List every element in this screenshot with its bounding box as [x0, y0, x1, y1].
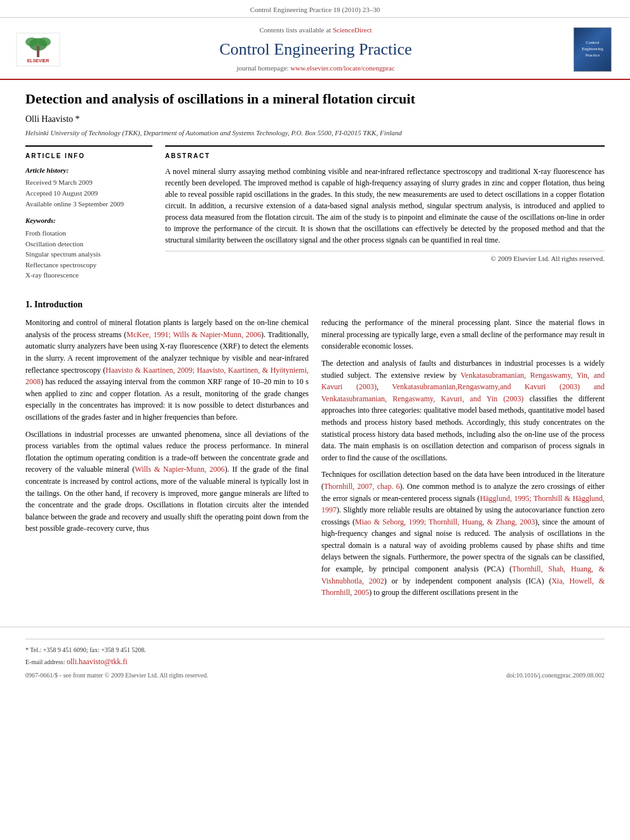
article-title: Detection and analysis of oscillations i… [25, 90, 605, 109]
svg-text:ELSEVIER: ELSEVIER [27, 58, 50, 63]
journal-citation: Control Engineering Practice 18 (2010) 2… [250, 6, 380, 13]
author-text: Olli Haavisto * [25, 114, 80, 124]
svg-rect-4 [37, 46, 39, 57]
main-content: Detection and analysis of oscillations i… [0, 80, 630, 617]
sciencedirect-link[interactable]: ScienceDirect [333, 26, 372, 34]
svg-point-2 [25, 37, 38, 46]
email-line: E-mail address: olli.haavisto@tkk.fi [25, 657, 605, 667]
keywords-block: Keywords: Froth flotation Oscillation de… [25, 216, 152, 281]
homepage-link[interactable]: www.elsevier.com/locate/conengprac [290, 64, 394, 72]
cover-line2: Engineering [582, 46, 603, 53]
sciencedirect-line: Contents lists available at ScienceDirec… [61, 25, 570, 35]
footnote-star: * Tel.: +358 9 451 6090; fax: +358 9 451… [25, 646, 605, 655]
cover-image: Control Engineering Practice [573, 27, 612, 72]
intro-para-5: Techniques for oscillation detection bas… [321, 469, 605, 599]
keyword-4: Reflectance spectroscopy [25, 260, 152, 270]
cover-line1: Control [586, 40, 599, 46]
ref-thornhill-2007[interactable]: Thornhill, 2007, chap. 6 [324, 482, 400, 491]
intro-para-2: Oscillations in industrial processes are… [25, 429, 309, 535]
abstract-body: A novel mineral slurry assaying method c… [165, 166, 605, 246]
author-name: Olli Haavisto * [25, 113, 605, 126]
doi-info: doi:10.1016/j.conengprac.2009.08.002 [506, 671, 605, 680]
article-info-column: ARTICLE INFO Article history: Received 9… [25, 145, 152, 286]
journal-homepage-line: journal homepage: www.elsevier.com/locat… [61, 63, 570, 73]
homepage-label: journal homepage: [236, 64, 288, 72]
introduction-section: 1. Introduction Monitoring and control o… [25, 298, 605, 604]
email-label: E-mail address: [25, 658, 65, 665]
ref-hagglund-1995[interactable]: Hägglund, 1995; Thornhill & Hägglund, 19… [321, 494, 605, 515]
available-date: Available online 3 September 2009 [25, 199, 152, 209]
footer-bottom: 0967-0661/$ - see front matter © 2009 El… [25, 671, 605, 680]
history-label: Article history: [25, 166, 152, 175]
journal-center-info: Contents lists available at ScienceDirec… [61, 25, 570, 73]
introduction-heading: 1. Introduction [25, 298, 605, 311]
affiliation: Helsinki University of Technology (TKK),… [25, 128, 605, 138]
keyword-2: Oscillation detection [25, 239, 152, 250]
journal-cover: Control Engineering Practice [570, 27, 615, 72]
journal-header: ELSEVIER Contents lists available at Sci… [0, 18, 630, 79]
ref-haavisto-2009[interactable]: Haavisto & Kaartinen, 2009; Haavisto, Ka… [25, 366, 309, 387]
footer-divider [25, 639, 605, 639]
copyright-notice: © 2009 Elsevier Ltd. All rights reserved… [165, 251, 605, 263]
email-address[interactable]: olli.haavisto@tkk.fi [67, 657, 128, 666]
article-info-abstract-section: ARTICLE INFO Article history: Received 9… [25, 145, 605, 286]
ref-miao-seborg[interactable]: Miao & Seborg, 1999; Thornhill, Huang, &… [355, 517, 535, 526]
intro-para-1: Monitoring and control of mineral flotat… [25, 317, 309, 423]
introduction-columns: Monitoring and control of mineral flotat… [25, 317, 605, 604]
sciencedirect-label: Contents lists available at [259, 26, 331, 34]
journal-title: Control Engineering Practice [61, 38, 570, 61]
intro-para-4: The detection and analysis of faults and… [321, 357, 605, 463]
keyword-5: X-ray fluorescence [25, 270, 152, 281]
article-info-heading: ARTICLE INFO [25, 152, 152, 161]
footnote-tel: * Tel.: +358 9 451 6090; fax: +358 9 451… [25, 646, 146, 653]
article-history-block: Article history: Received 9 March 2009 A… [25, 166, 152, 210]
elsevier-logo-icon: ELSEVIER [15, 32, 61, 67]
ref-mckee[interactable]: McKee, 1991; Wills & Napier-Munn, 2006 [126, 330, 261, 339]
intro-left-col: Monitoring and control of mineral flotat… [25, 317, 309, 604]
issn-info: 0967-0661/$ - see front matter © 2009 El… [25, 671, 208, 680]
accepted-date: Accepted 10 August 2009 [25, 189, 152, 198]
intro-right-col: reducing the performance of the mineral … [321, 317, 605, 604]
svg-point-3 [38, 37, 51, 46]
abstract-column: ABSTRACT A novel mineral slurry assaying… [165, 145, 605, 286]
elsevier-branding: ELSEVIER [15, 32, 61, 67]
ref-wills-napier[interactable]: Wills & Napier-Munn, 2006 [135, 465, 225, 474]
received-date: Received 9 March 2009 [25, 178, 152, 187]
cover-line3: Practice [586, 53, 600, 59]
intro-para-3: reducing the performance of the mineral … [321, 317, 605, 352]
keyword-1: Froth flotation [25, 228, 152, 239]
abstract-heading: ABSTRACT [165, 152, 605, 161]
keyword-3: Singular spectrum analysis [25, 249, 152, 260]
top-bar: Control Engineering Practice 18 (2010) 2… [0, 0, 630, 18]
keywords-label: Keywords: [25, 216, 152, 225]
footer: * Tel.: +358 9 451 6090; fax: +358 9 451… [0, 627, 630, 685]
